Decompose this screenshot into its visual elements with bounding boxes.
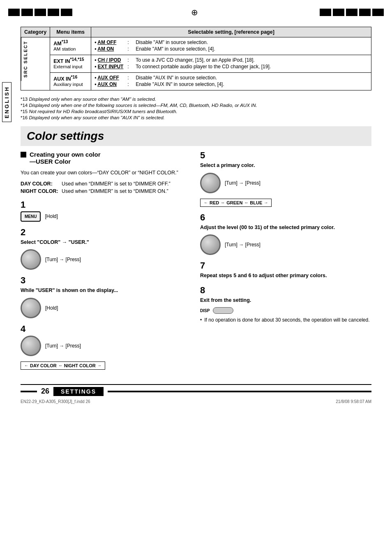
mark-block-5: [61, 9, 72, 16]
disp-label-text: DISP: [200, 308, 210, 313]
step-1-num: 1: [21, 200, 192, 209]
disp-row: DISP: [200, 307, 371, 314]
day-night-table: DAY COLOR: Used when “DIMMER” is set to …: [21, 181, 192, 194]
menu-name-extin: EXT IN*14,*15: [53, 57, 88, 64]
indicator-right-arrow: →: [264, 200, 268, 205]
setting-sep: :: [127, 57, 136, 63]
setting-item: • AUX OFF : Disable "AUX IN" in source s…: [95, 75, 368, 81]
step-6-instruction: Adjust the level (00 to 31) of the selec…: [200, 224, 371, 232]
menu-sub-auxin: Auxiliary input: [53, 82, 88, 87]
step-3-knob: [Hold]: [21, 298, 192, 318]
menu-cell-auxin: AUX IN*16 Auxiliary input: [50, 73, 91, 90]
footnote-15: *15 Not required for HD Radio broadcast/…: [21, 109, 371, 114]
setting-item: • CH / IPOD : To use a JVC CD changer, […: [95, 57, 368, 63]
menu-name-auxin: AUX IN*16: [53, 75, 88, 82]
menu-cell-extin: EXT IN*14,*15 External input: [50, 55, 91, 73]
sub-title-line2: —USER Color: [30, 158, 71, 165]
setting-label: • CH / IPOD: [95, 57, 127, 63]
color-settings-header: Color settings: [21, 126, 371, 146]
setting-sep: :: [127, 46, 136, 52]
sub-section-box-icon: [21, 152, 26, 158]
sub-section-header: Creating your own color —USER Color: [21, 151, 192, 165]
blue-indicator: BLUE: [250, 200, 262, 205]
menu-name-am: AM*13: [53, 39, 88, 46]
setting-sep: :: [127, 81, 136, 87]
step-5-knob-text: [Turn] → [Press]: [225, 180, 261, 186]
src-select-label: SRC SELECT: [21, 37, 30, 81]
indicator-mid-arrows-2: ↔: [244, 200, 248, 205]
setting-label: • EXT INPUT: [95, 64, 127, 70]
mark-block-1: [8, 9, 20, 16]
day-color-label: DAY COLOR:: [21, 181, 62, 187]
night-color-row: NIGHT COLOR: Used when “DIMMER” is set t…: [21, 188, 192, 194]
table-row: AUX IN*16 Auxiliary input • AUX OFF : Di…: [21, 73, 371, 90]
table-row: EXT IN*14,*15 External input • CH / IPOD…: [21, 55, 371, 73]
sub-section-title: Creating your own color —USER Color: [30, 151, 101, 165]
bottom-line-left: [21, 391, 37, 392]
indicator-mid-arrows-1: ↔: [221, 200, 225, 205]
mark-block-9: [359, 9, 371, 16]
step-2-knob-text: [Turn] → [Press]: [45, 257, 81, 262]
step-6-knob: [Turn] → [Press]: [200, 234, 371, 255]
step-4-indicator: ← DAY COLOR ↔ NIGHT COLOR →: [21, 361, 105, 370]
step-3-knob-text: [Hold]: [45, 305, 58, 311]
description-text: You can create your own colors—“DAY COLO…: [21, 169, 192, 177]
src-select-cell: SRC SELECT: [21, 37, 50, 90]
bullet-dot-icon: •: [200, 317, 202, 323]
setting-label: • AM ON: [95, 46, 127, 52]
step-5-num: 5: [200, 151, 371, 160]
table-row: SRC SELECT AM*13 AM station • AM OFF :: [21, 37, 371, 55]
footnote-13: *13 Displayed only when any source other…: [21, 97, 371, 102]
mark-block-8: [346, 9, 357, 16]
step-4-knob: [Turn] → [Press]: [21, 336, 192, 356]
marks-right: [320, 9, 384, 16]
indicator-arrows-middle: ↔: [58, 363, 62, 368]
disp-button-icon: [213, 307, 233, 314]
bottom-bar: 26 SETTINGS: [21, 384, 371, 396]
menu-sub-am: AM station: [53, 46, 88, 51]
page-wrapper: ENGLISH Category Menu items Selectable s…: [0, 0, 392, 556]
step-5-indicator: ← RED ↔ GREEN ↔ BLUE →: [200, 199, 272, 207]
step-5-instruction: Select a primary color.: [200, 162, 371, 169]
knob-2-icon: [21, 249, 41, 270]
step-3: 3 While "USER" is shown on the display..…: [21, 276, 192, 318]
step-7-instruction: Repeat steps 5 and 6 to adjust other pri…: [200, 272, 371, 280]
page-number: 26: [41, 387, 49, 396]
setting-cell-auxin: • AUX OFF : Disable "AUX IN" in source s…: [91, 73, 371, 90]
setting-text: Disable "AUX IN" in source selection.: [136, 75, 217, 81]
step-6-num: 6: [200, 213, 371, 222]
col-header-menu: Menu items: [50, 27, 91, 37]
mark-block-3: [35, 9, 46, 16]
step-3-instruction: While "USER" is shown on the display...: [21, 287, 192, 294]
setting-text: Enable "AUX IN" in source selection, [4]…: [136, 81, 224, 87]
mark-block-7: [333, 9, 344, 16]
footnotes-section: *13 Displayed only when any source other…: [21, 97, 371, 120]
setting-label: • AUX OFF: [95, 75, 127, 81]
footer-left-text: EN22-29_KD-A305_R300[J]_f.indd 26: [21, 399, 90, 404]
setting-text: To use a JVC CD changer, [15], or an App…: [136, 57, 255, 63]
indicator-arrow-left: ←: [24, 363, 28, 368]
step-4-num: 4: [21, 324, 192, 334]
menu-button-icon: MENU: [21, 211, 41, 222]
night-color-text: Used when “DIMMER” is set to “DIMMER ON.…: [62, 188, 192, 194]
knob-3-icon: [21, 298, 41, 318]
step-1: 1 MENU [Hold]: [21, 200, 192, 222]
step-2-instruction: Select "COLOR" → "USER.": [21, 239, 192, 246]
step-7: 7 Repeat steps 5 and 6 to adjust other p…: [200, 261, 371, 280]
step-2: 2 Select "COLOR" → "USER." [Turn] → [Pre…: [21, 228, 192, 270]
knob-4-icon: [21, 336, 41, 356]
day-color-text: Used when “DIMMER” is set to “DIMMER OFF…: [62, 181, 192, 187]
night-color-label: NIGHT COLOR:: [21, 188, 62, 194]
color-settings-title: Color settings: [27, 130, 365, 143]
settings-table: Category Menu items Selectable setting, …: [21, 27, 371, 90]
step-1-content: MENU [Hold]: [21, 211, 192, 222]
setting-cell-am: • AM OFF : Disable "AM" in source select…: [91, 37, 371, 55]
setting-label: • AM OFF: [95, 39, 127, 45]
setting-sep: :: [127, 39, 136, 45]
day-color-row: DAY COLOR: Used when “DIMMER” is set to …: [21, 181, 192, 187]
step-6: 6 Adjust the level (00 to 31) of the sel…: [200, 213, 371, 255]
footnote-16: *16 Displayed only when any source other…: [21, 115, 371, 120]
setting-sep: :: [127, 75, 136, 81]
step-4-knob-text: [Turn] → [Press]: [45, 343, 81, 349]
menu-cell-am: AM*13 AM station: [50, 37, 91, 55]
